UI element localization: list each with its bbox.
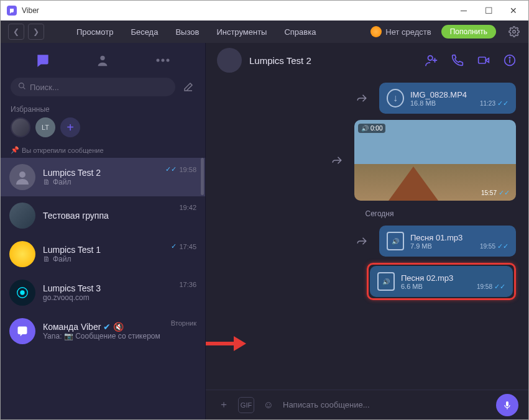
gif-button[interactable]: GIF xyxy=(238,397,254,413)
conversation-title[interactable]: Lumpics Test 2 xyxy=(249,55,416,66)
file-icon: 🗎 xyxy=(43,255,50,263)
file-message[interactable]: 🔊 Песня 02.mp3 6.6 MB 19:58✓✓ xyxy=(370,266,513,297)
app-logo-icon xyxy=(7,6,17,16)
chat-time: ✓✓19:58 xyxy=(165,165,196,173)
svg-rect-19 xyxy=(506,401,508,406)
compose-button[interactable] xyxy=(182,80,195,94)
search-icon xyxy=(18,82,26,92)
sidebar: Поиск... Избранные LT + 📌 Вы открепили с… xyxy=(1,43,206,419)
add-participant-icon[interactable] xyxy=(424,53,439,68)
minimize-button[interactable]: ─ xyxy=(451,2,476,19)
maximize-button[interactable]: ☐ xyxy=(476,2,501,19)
message-time: 11:23✓✓ xyxy=(480,99,508,107)
read-ticks-icon: ✓✓ xyxy=(497,242,508,250)
audio-file-icon: 🔊 xyxy=(377,272,395,291)
avatar xyxy=(9,241,35,267)
share-icon[interactable] xyxy=(356,92,368,104)
chat-name: Тестовая группа xyxy=(43,211,172,221)
attach-button[interactable]: ＋ xyxy=(216,397,232,413)
chat-preview: go.zvooq.com xyxy=(43,293,172,302)
file-icon: 🗎 xyxy=(43,178,50,186)
chat-item[interactable]: Тестовая группа 19:42 xyxy=(1,196,205,235)
file-message[interactable]: ↓ IMG_0828.MP4 16.8 MB 11:23✓✓ xyxy=(379,83,516,114)
nav-back-button[interactable]: ❮ xyxy=(8,24,24,40)
video-call-icon[interactable] xyxy=(476,53,491,68)
share-icon[interactable] xyxy=(356,235,368,247)
chat-preview: 🗎Файл xyxy=(43,255,163,263)
voice-call-icon[interactable] xyxy=(450,53,465,68)
favorite-item[interactable] xyxy=(11,117,30,137)
voice-message-button[interactable] xyxy=(496,394,518,416)
chat-item[interactable]: Lumpics Test 3 go.zvooq.com 17:36 xyxy=(1,273,205,312)
tab-chats-icon[interactable] xyxy=(34,52,52,69)
conversation-avatar[interactable] xyxy=(217,48,242,73)
chat-preview: 🗎Файл xyxy=(43,178,158,186)
highlight-annotation: 🔊 Песня 02.mp3 6.6 MB 19:58✓✓ xyxy=(367,263,516,300)
svg-point-8 xyxy=(20,290,24,294)
svg-point-10 xyxy=(428,56,433,60)
svg-point-5 xyxy=(19,83,24,88)
svg-point-16 xyxy=(509,57,510,58)
message-input[interactable]: Написать сообщение... xyxy=(283,400,490,409)
menu-help[interactable]: Справка xyxy=(277,27,323,37)
tab-contacts-icon[interactable] xyxy=(94,52,111,69)
menu-call[interactable]: Вызов xyxy=(168,27,206,37)
read-ticks-icon: ✓✓ xyxy=(497,99,508,107)
chat-list: Lumpics Test 2 🗎Файл ✓✓19:58 Тестовая гр… xyxy=(1,158,205,419)
tab-more-icon[interactable] xyxy=(154,52,172,69)
titlebar: Viber ─ ☐ ✕ xyxy=(1,1,528,21)
file-size: 6.6 MB xyxy=(401,283,453,290)
menu-view[interactable]: Просмотр xyxy=(69,27,121,37)
window-controls: ─ ☐ ✕ xyxy=(451,2,526,19)
download-icon[interactable]: ↓ xyxy=(387,89,404,107)
favorite-item[interactable]: LT xyxy=(35,117,55,137)
conversation-pane: Lumpics Test 2 ↓ IMG_0828.MP4 1 xyxy=(206,43,528,419)
conversation-actions xyxy=(424,53,517,68)
close-button[interactable]: ✕ xyxy=(501,2,526,19)
info-icon[interactable] xyxy=(502,53,517,68)
message-time: 19:58✓✓ xyxy=(477,283,505,291)
share-icon[interactable] xyxy=(331,154,343,167)
chat-main: Тестовая группа xyxy=(43,211,172,221)
topup-button[interactable]: Пополнить xyxy=(441,25,496,39)
message-row: ↓ IMG_0828.MP4 16.8 MB 11:23✓✓ xyxy=(243,83,516,114)
menubar: ❮ ❯ Просмотр Беседа Вызов Инструменты Сп… xyxy=(1,21,528,43)
arrow-annotation xyxy=(206,332,246,358)
chat-name: Lumpics Test 2 xyxy=(43,168,158,178)
svg-line-6 xyxy=(23,87,25,89)
file-name: IMG_0828.MP4 xyxy=(410,90,467,99)
svg-point-1 xyxy=(101,56,105,60)
file-name: Песня 02.mp3 xyxy=(401,273,453,283)
date-divider: Сегодня xyxy=(243,209,516,218)
conversation-header: Lumpics Test 2 xyxy=(206,43,528,78)
add-favorite-button[interactable]: + xyxy=(60,117,80,137)
svg-point-7 xyxy=(19,171,25,178)
sidebar-tabs xyxy=(1,43,205,78)
pin-icon: 📌 xyxy=(11,146,19,154)
settings-icon[interactable] xyxy=(507,25,521,39)
chat-time: Вторник xyxy=(171,319,196,327)
chat-item[interactable]: Lumpics Test 2 🗎Файл ✓✓19:58 xyxy=(1,158,205,196)
chat-main: Lumpics Test 3 go.zvooq.com xyxy=(43,283,172,302)
read-ticks-icon: ✓✓ xyxy=(494,283,505,291)
app-window: Viber ─ ☐ ✕ ❮ ❯ Просмотр Беседа Вызов Ин… xyxy=(0,0,529,420)
message-row: 🔊 Песня 01.mp3 7.9 MB 19:55✓✓ xyxy=(243,226,516,257)
search-input[interactable]: Поиск... xyxy=(11,78,175,96)
chat-main: Lumpics Test 1 🗎Файл xyxy=(43,245,163,263)
scrollbar-thumb[interactable] xyxy=(201,158,204,195)
nav-forward-button[interactable]: ❯ xyxy=(28,24,44,40)
file-size: 7.9 MB xyxy=(410,242,462,250)
chat-name: Команда Viber ✔ 🔇 xyxy=(43,322,163,332)
menu-chat[interactable]: Беседа xyxy=(123,27,165,37)
sticker-button[interactable]: ☺ xyxy=(260,397,277,413)
menu-tools[interactable]: Инструменты xyxy=(209,27,274,37)
video-message[interactable]: 🔊0:00 15:57✓✓ xyxy=(354,120,516,201)
file-message[interactable]: 🔊 Песня 01.mp3 7.9 MB 19:55✓✓ xyxy=(379,226,516,257)
chat-preview: Yana: 📷 Сообщение со стикером xyxy=(43,332,163,340)
main-area: Поиск... Избранные LT + 📌 Вы открепили с… xyxy=(1,43,528,419)
chat-time: 17:36 xyxy=(179,281,196,288)
chat-item[interactable]: Lumpics Test 1 🗎Файл ✓17:45 xyxy=(1,235,205,273)
favorites-row: LT + xyxy=(1,117,205,144)
chat-name: Lumpics Test 1 xyxy=(43,245,163,255)
chat-item[interactable]: Команда Viber ✔ 🔇 Yana: 📷 Сообщение со с… xyxy=(1,312,205,350)
